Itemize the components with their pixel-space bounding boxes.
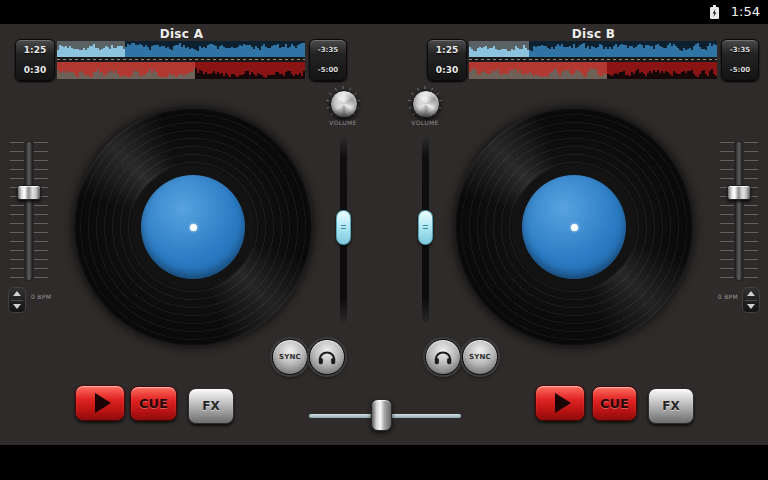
deck-b-title: Disc B bbox=[427, 27, 760, 41]
deck-b-turntable[interactable] bbox=[455, 108, 693, 346]
down-arrow-icon bbox=[13, 304, 21, 309]
dj-app-screen: 1:54 Disc A 1:25 0:30 -3:35 -5:00 VOLUME… bbox=[0, 0, 768, 480]
deck-b-pitch-slider-track[interactable] bbox=[736, 142, 742, 280]
sync-label: SYNC bbox=[279, 353, 301, 361]
deck-a-play-button[interactable] bbox=[75, 385, 125, 421]
pitch-tick-marks bbox=[744, 142, 758, 280]
deck-b-volume-fader-handle[interactable] bbox=[418, 210, 433, 245]
elapsed-time-cue: 0:30 bbox=[24, 65, 46, 75]
deck-b-fx-button[interactable]: FX bbox=[648, 388, 694, 424]
remaining-time-cue: -5:00 bbox=[318, 66, 338, 74]
deck-a-bpm-readout: 0 BPM bbox=[31, 293, 51, 300]
deck-a-pitch-slider-track[interactable] bbox=[26, 142, 32, 280]
deck-a-headphone-cue-button[interactable] bbox=[309, 339, 345, 375]
deck-a-pitch-bend-button[interactable] bbox=[8, 287, 26, 313]
headphones-icon bbox=[316, 346, 338, 368]
elapsed-time-main: 1:25 bbox=[436, 45, 458, 55]
deck-b-headphone-cue-button[interactable] bbox=[425, 339, 461, 375]
deck-a-volume-fader-handle[interactable] bbox=[336, 210, 351, 245]
deck-a-fx-button[interactable]: FX bbox=[188, 388, 234, 424]
play-icon bbox=[95, 393, 111, 413]
cue-label: CUE bbox=[139, 396, 168, 411]
fx-label: FX bbox=[662, 399, 679, 413]
pitch-tick-marks bbox=[34, 142, 48, 280]
deck-a-volume-knob[interactable] bbox=[330, 90, 358, 118]
deck-b-elapsed-time-display[interactable]: 1:25 0:30 bbox=[427, 39, 467, 81]
up-arrow-icon bbox=[747, 291, 755, 296]
pitch-tick-marks bbox=[10, 142, 24, 280]
status-bar: 1:54 bbox=[0, 0, 768, 24]
deck-b-volume-knob[interactable] bbox=[412, 90, 440, 118]
deck-a-waveform[interactable] bbox=[57, 41, 305, 79]
remaining-time-main: -3:35 bbox=[730, 46, 750, 54]
deck-a-remaining-time-display[interactable]: -3:35 -5:00 bbox=[309, 39, 347, 81]
cue-label: CUE bbox=[600, 396, 629, 411]
android-navigation-bar bbox=[0, 445, 768, 480]
deck-b-pitch-bend-button[interactable] bbox=[742, 287, 760, 313]
deck-a-pitch-slider-handle[interactable] bbox=[17, 185, 41, 200]
divider bbox=[11, 300, 23, 301]
pitch-tick-marks bbox=[720, 142, 734, 280]
deck-a-turntable[interactable] bbox=[74, 108, 312, 346]
deck-b-cue-button[interactable]: CUE bbox=[592, 386, 637, 421]
deck-a-elapsed-time-display[interactable]: 1:25 0:30 bbox=[15, 39, 55, 81]
elapsed-time-main: 1:25 bbox=[24, 45, 46, 55]
play-icon bbox=[555, 393, 571, 413]
deck-a-sync-button[interactable]: SYNC bbox=[272, 339, 308, 375]
down-arrow-icon bbox=[747, 304, 755, 309]
record-label bbox=[522, 175, 626, 279]
deck-b-pitch-slider-handle[interactable] bbox=[727, 185, 751, 200]
deck-b-play-button[interactable] bbox=[535, 385, 585, 421]
volume-knob-label: VOLUME bbox=[318, 119, 368, 126]
volume-knob-label: VOLUME bbox=[400, 119, 450, 126]
deck-b-bpm-readout: 0 BPM bbox=[704, 293, 738, 300]
headphones-icon bbox=[432, 346, 454, 368]
spindle-dot bbox=[190, 224, 197, 231]
deck-b-remaining-time-display[interactable]: -3:35 -5:00 bbox=[721, 39, 759, 81]
record-label bbox=[141, 175, 245, 279]
deck-b-waveform[interactable] bbox=[469, 41, 717, 79]
deck-a-cue-button[interactable]: CUE bbox=[130, 386, 177, 421]
spindle-dot bbox=[571, 224, 578, 231]
up-arrow-icon bbox=[13, 291, 21, 296]
divider bbox=[745, 300, 757, 301]
battery-charging-icon bbox=[706, 4, 722, 20]
remaining-time-main: -3:35 bbox=[318, 46, 338, 54]
clock-time: 1:54 bbox=[731, 4, 760, 19]
deck-b-sync-button[interactable]: SYNC bbox=[462, 339, 498, 375]
crossfader-handle[interactable] bbox=[371, 399, 392, 431]
remaining-time-cue: -5:00 bbox=[730, 66, 750, 74]
sync-label: SYNC bbox=[469, 353, 491, 361]
fx-label: FX bbox=[202, 399, 219, 413]
elapsed-time-cue: 0:30 bbox=[436, 65, 458, 75]
deck-a-title: Disc A bbox=[15, 27, 348, 41]
